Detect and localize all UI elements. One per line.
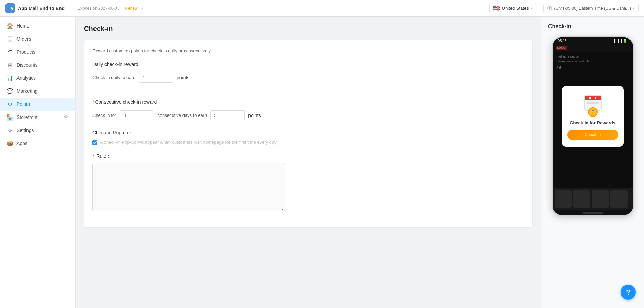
top-header: 🛍 App Mall End to End Expires on 2027-06…: [0, 0, 644, 16]
home-icon: 🏠: [7, 23, 13, 29]
renew-button[interactable]: Renew: [125, 6, 137, 11]
phone-status-bar: 06:16 ▐ ▐ ▐ 🔋: [553, 37, 633, 44]
sidebar-label-apps: Apps: [16, 141, 27, 146]
settings-icon: ⚙: [7, 127, 13, 133]
popup-title: Check In for Rewards: [567, 120, 618, 125]
clock-icon: 🕐: [547, 6, 552, 11]
sidebar: 🏠 Home 📋 Orders 🏷 Products ⊞ Discounts 📊…: [0, 16, 76, 308]
consecutive-prefix-label: Check in for: [92, 113, 116, 118]
marketing-icon: 💬: [7, 88, 13, 94]
sidebar-item-marketing[interactable]: 💬 Marketing: [0, 85, 75, 98]
popup-checkbox-row: A check-in Pop-up will appear when custo…: [92, 140, 524, 145]
orders-icon: 📋: [7, 36, 13, 42]
sidebar-label-home: Home: [16, 23, 29, 29]
consecutive-days-input[interactable]: [120, 110, 154, 120]
sidebar-item-home[interactable]: 🏠 Home: [0, 19, 75, 32]
region-chevron-icon: ▾: [531, 6, 533, 10]
region-label: United States: [502, 6, 529, 11]
product-thumb-1: [555, 190, 572, 208]
sidebar-item-analytics[interactable]: 📊 Analytics: [0, 72, 75, 85]
flag-icon: 🇺🇸: [493, 5, 500, 11]
storefront-icon: 🏪: [7, 114, 13, 120]
sidebar-label-discounts: Discounts: [16, 62, 37, 68]
daily-suffix-label: points: [177, 75, 189, 80]
divider-1: [92, 92, 524, 92]
sidebar-nav: 🏠 Home 📋 Orders 🏷 Products ⊞ Discounts 📊…: [0, 16, 75, 308]
region-selector[interactable]: 🇺🇸 United States ▾: [489, 3, 536, 13]
section-description: Reward customers points for check in dai…: [92, 48, 524, 53]
phone-bottom-area: [553, 188, 633, 210]
preview-panel: Check-in 06:16 ▐ ▐ ▐ 🔋 LOGO Intelligent …: [541, 16, 644, 308]
daily-reward-row: Check in daily to earn points: [92, 73, 524, 82]
popup-overlay: 🏅 Check In for Rewards Check In ✕: [553, 44, 633, 188]
rule-textarea[interactable]: [92, 163, 285, 211]
phone-mockup: 06:16 ▐ ▐ ▐ 🔋 LOGO Intelligent SpeechInf…: [552, 36, 634, 216]
rule-section: * Rule：: [92, 153, 524, 212]
product-thumb-3: [592, 190, 609, 208]
daily-reward-section: Daily check-in reward： Check in daily to…: [92, 62, 524, 82]
sidebar-label-orders: Orders: [16, 36, 31, 42]
popup-section: Check-in Pop-up： A check-in Pop-up will …: [92, 130, 524, 145]
rule-label: * Rule：: [92, 153, 524, 160]
sidebar-item-products[interactable]: 🏷 Products: [0, 45, 75, 58]
consecutive-reward-label: *Consecutive check-in reward：: [92, 99, 524, 106]
consecutive-reward-row: Check in for consecutive days to earn po…: [92, 110, 524, 120]
discounts-icon: ⊞: [7, 62, 13, 68]
preview-title: Check-in: [548, 23, 571, 30]
consecutive-reward-section: *Consecutive check-in reward： Check in f…: [92, 99, 524, 120]
required-star-1: *: [92, 99, 94, 105]
phone-screen: LOGO Intelligent SpeechInfrared remote c…: [553, 44, 633, 188]
consecutive-middle-label: consecutive days to earn: [157, 113, 207, 118]
daily-prefix-label: Check in daily to earn: [92, 75, 135, 80]
required-star-2: *: [92, 153, 94, 159]
main-card: Reward customers points for check in dai…: [84, 40, 533, 228]
sidebar-label-points: Points: [16, 101, 30, 107]
product-thumb-4: [610, 190, 628, 208]
eye-icon: 👁: [64, 114, 68, 120]
timezone-chevron-icon: ▾: [633, 6, 635, 10]
app-body: 🏠 Home 📋 Orders 🏷 Products ⊞ Discounts 📊…: [0, 16, 644, 308]
daily-reward-label: Daily check-in reward：: [92, 62, 524, 68]
popup-label: Check-in Pop-up：: [92, 130, 524, 136]
checkin-popup-card: 🏅 Check In for Rewards Check In: [562, 86, 624, 147]
popup-checkbox[interactable]: [92, 140, 97, 145]
checkin-button[interactable]: Check In: [567, 130, 618, 140]
daily-points-input[interactable]: [139, 73, 173, 82]
popup-checkbox-text: A check-in Pop-up will appear when custo…: [100, 140, 277, 145]
sidebar-item-orders[interactable]: 📋 Orders: [0, 32, 75, 45]
sidebar-label-analytics: Analytics: [16, 75, 36, 81]
sidebar-label-settings: Settings: [16, 128, 34, 133]
sidebar-item-apps[interactable]: 📦 Apps: [0, 137, 75, 150]
logo-icon: 🛍: [5, 3, 15, 13]
logo-area: 🛍 App Mall End to End: [5, 3, 71, 13]
phone-home-indicator: [582, 212, 603, 214]
timezone-selector[interactable]: 🕐 (GMT-05:00) Eastern Time (US & Cana...…: [543, 4, 639, 12]
consecutive-suffix-label: points: [248, 113, 261, 118]
sidebar-item-discounts[interactable]: ⊞ Discounts: [0, 58, 75, 72]
product-thumb-2: [573, 190, 590, 208]
sidebar-label-products: Products: [16, 49, 35, 55]
consecutive-points-input[interactable]: [210, 110, 245, 120]
timezone-label: (GMT-05:00) Eastern Time (US & Cana...): [554, 6, 631, 11]
sidebar-label-marketing: Marketing: [16, 88, 37, 94]
phone-signal-icons: ▐ ▐ ▐ 🔋: [613, 39, 628, 43]
analytics-icon: 📊: [7, 75, 13, 81]
products-icon: 🏷: [7, 49, 13, 55]
sidebar-item-points[interactable]: ⚙ Points: [0, 98, 75, 111]
sidebar-label-storefront: Storefront: [16, 114, 37, 120]
renew-arrow-icon: ›: [142, 6, 143, 10]
sidebar-item-storefront[interactable]: 🏪 Storefront 👁: [0, 111, 75, 124]
phone-time: 06:16: [558, 39, 567, 43]
main-content: Check-in Reward customers points for che…: [76, 16, 644, 308]
app-name: App Mall End to End: [18, 6, 65, 11]
help-button[interactable]: ?: [621, 285, 636, 300]
apps-icon: 📦: [7, 140, 13, 146]
content-area: Check-in Reward customers points for che…: [76, 16, 541, 308]
sidebar-item-settings[interactable]: ⚙ Settings: [0, 124, 75, 137]
expires-text: Expires on 2027-06-03: [78, 6, 119, 11]
page-title: Check-in: [84, 25, 533, 33]
points-icon: ⚙: [7, 101, 13, 107]
